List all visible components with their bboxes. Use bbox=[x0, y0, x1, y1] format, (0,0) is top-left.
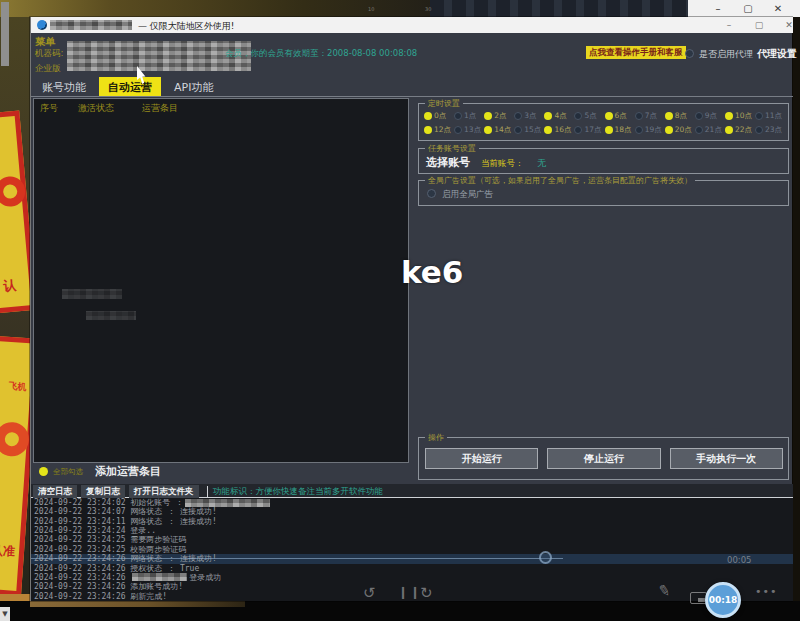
table-footer: 全部勾选 添加运营条目 bbox=[33, 464, 409, 481]
select-account-button[interactable]: 选择账号 bbox=[426, 155, 470, 170]
pause-icon[interactable]: ❙❙ bbox=[398, 585, 422, 599]
app-close-button[interactable]: ✕ bbox=[777, 18, 800, 32]
action-button[interactable]: 手动执行一次 bbox=[670, 448, 783, 469]
hour-checkbox-21点[interactable]: 21点 bbox=[695, 124, 725, 136]
hour-label: 13点 bbox=[464, 125, 481, 135]
app-maximize-button[interactable]: ▢ bbox=[747, 18, 771, 32]
action-button[interactable]: 停止运行 bbox=[547, 448, 660, 469]
hour-checkbox-18点[interactable]: 18点 bbox=[605, 124, 635, 136]
hour-label: 21点 bbox=[705, 125, 722, 135]
poster-image: 飞机 认准 bbox=[0, 336, 30, 596]
hour-checkbox-16点[interactable]: 16点 bbox=[544, 124, 574, 136]
hour-checkbox-5点[interactable]: 5点 bbox=[574, 110, 604, 122]
hour-checkbox-9点[interactable]: 9点 bbox=[695, 110, 725, 122]
checkbox-unchecked-icon[interactable] bbox=[514, 126, 522, 134]
checkbox-unchecked-icon[interactable] bbox=[755, 112, 763, 120]
screen: – ▢ ✕ 认 飞机 认准 — 仅限大陆地区外使用! – ▢ ✕ 菜单 机器码:… bbox=[0, 0, 800, 621]
checkbox-unchecked-icon[interactable] bbox=[514, 112, 522, 120]
checkbox-checked-icon[interactable] bbox=[605, 112, 613, 120]
log-toolbar-button[interactable]: 清空日志 bbox=[33, 485, 77, 499]
log-toolbar-button[interactable]: 打开日志文件夹 bbox=[129, 485, 199, 499]
action-button[interactable]: 开始运行 bbox=[425, 448, 538, 469]
hour-checkbox-7点[interactable]: 7点 bbox=[635, 110, 665, 122]
checkbox-unchecked-icon[interactable] bbox=[755, 126, 763, 134]
hour-label: 12点 bbox=[434, 125, 451, 135]
outer-minimize-button[interactable]: – bbox=[706, 1, 730, 16]
proxy-enable-checkbox[interactable] bbox=[685, 49, 694, 58]
hour-checkbox-6点[interactable]: 6点 bbox=[605, 110, 635, 122]
checkbox-unchecked-icon[interactable] bbox=[574, 126, 582, 134]
select-all-checkbox[interactable] bbox=[39, 467, 48, 476]
checkbox-checked-icon[interactable] bbox=[424, 112, 432, 120]
hour-checkbox-13点[interactable]: 13点 bbox=[454, 124, 484, 136]
more-options-icon[interactable]: ••• bbox=[755, 585, 777, 598]
tab-账号功能[interactable]: 账号功能 bbox=[33, 77, 95, 96]
checkbox-checked-icon[interactable] bbox=[544, 126, 552, 134]
operation-items-table[interactable]: 序号激活状态运营条目 bbox=[33, 98, 409, 463]
add-operation-item-button[interactable]: 添加运营条目 bbox=[95, 464, 161, 479]
log-timestamp: 2024-09-22 23:24:26 bbox=[34, 573, 130, 582]
hour-checkbox-20点[interactable]: 20点 bbox=[665, 124, 695, 136]
forward-30-icon[interactable]: ↻ bbox=[420, 584, 433, 602]
log-toolbar-button[interactable]: 复制日志 bbox=[81, 485, 125, 499]
hour-checkbox-1点[interactable]: 1点 bbox=[454, 110, 484, 122]
log-timestamp: 2024-09-22 23:24:26 bbox=[34, 592, 130, 601]
checkbox-unchecked-icon[interactable] bbox=[695, 112, 703, 120]
checkbox-unchecked-icon[interactable] bbox=[574, 112, 582, 120]
app-minimize-button[interactable]: – bbox=[717, 18, 741, 32]
tab-API功能[interactable]: API功能 bbox=[165, 77, 222, 96]
poster-image: 认 bbox=[0, 110, 30, 313]
checkbox-checked-icon[interactable] bbox=[605, 126, 613, 134]
checkbox-unchecked-icon[interactable] bbox=[454, 126, 462, 134]
scrollbar-thumb[interactable] bbox=[1, 2, 9, 66]
video-timeline-bar[interactable] bbox=[30, 601, 245, 607]
hour-checkbox-4点[interactable]: 4点 bbox=[544, 110, 574, 122]
hour-checkbox-14点[interactable]: 14点 bbox=[484, 124, 514, 136]
checkbox-checked-icon[interactable] bbox=[424, 126, 432, 134]
current-account-value: 无 bbox=[537, 157, 546, 170]
proxy-settings-button[interactable]: 代理设置 bbox=[757, 47, 797, 61]
outer-maximize-button[interactable]: ▢ bbox=[736, 1, 760, 16]
log-message: 添加账号成功! bbox=[130, 582, 183, 591]
checkbox-checked-icon[interactable] bbox=[544, 112, 552, 120]
hour-checkbox-12点[interactable]: 12点 bbox=[424, 124, 454, 136]
hour-checkbox-8点[interactable]: 8点 bbox=[665, 110, 695, 122]
global-ad-checkbox[interactable] bbox=[427, 189, 436, 198]
video-seek-knob[interactable] bbox=[539, 551, 552, 564]
hour-checkbox-22点[interactable]: 22点 bbox=[725, 124, 755, 136]
checkbox-checked-icon[interactable] bbox=[484, 112, 492, 120]
timer-settings-title: 定时设置 bbox=[425, 98, 463, 109]
log-message: 网络状态 ： 连接成功! bbox=[130, 517, 216, 526]
recording-timer-badge[interactable]: 00:18 bbox=[705, 582, 741, 618]
checkbox-checked-icon[interactable] bbox=[725, 112, 733, 120]
checkbox-unchecked-icon[interactable] bbox=[695, 126, 703, 134]
hour-checkbox-2点[interactable]: 2点 bbox=[484, 110, 514, 122]
hour-label: 5点 bbox=[584, 111, 596, 121]
hour-checkbox-23点[interactable]: 23点 bbox=[755, 124, 785, 136]
checkbox-checked-icon[interactable] bbox=[665, 126, 673, 134]
menu-button[interactable]: 菜单 bbox=[35, 35, 55, 49]
checkbox-unchecked-icon[interactable] bbox=[635, 126, 643, 134]
desktop-background-left: 认 飞机 认准 bbox=[0, 17, 30, 621]
checkbox-checked-icon[interactable] bbox=[484, 126, 492, 134]
scrollbar-down-arrow[interactable]: ▼ bbox=[0, 607, 10, 621]
rewind-10-icon[interactable]: ↺ bbox=[363, 584, 376, 602]
checkbox-unchecked-icon[interactable] bbox=[454, 112, 462, 120]
app-titlebar[interactable]: — 仅限大陆地区外使用! – ▢ ✕ bbox=[31, 17, 793, 33]
tab-自动运营[interactable]: 自动运营 bbox=[99, 77, 161, 96]
hour-checkbox-10点[interactable]: 10点 bbox=[725, 110, 755, 122]
hour-checkbox-0点[interactable]: 0点 bbox=[424, 110, 454, 122]
log-timestamp: 2024-09-22 23:24:24 bbox=[34, 526, 130, 535]
hour-checkbox-11点[interactable]: 11点 bbox=[755, 110, 785, 122]
hour-checkbox-3点[interactable]: 3点 bbox=[514, 110, 544, 122]
help-manual-link[interactable]: 点我查看操作手册和客服 bbox=[586, 46, 686, 59]
checkbox-unchecked-icon[interactable] bbox=[635, 112, 643, 120]
hour-checkbox-17点[interactable]: 17点 bbox=[574, 124, 604, 136]
hour-checkbox-19点[interactable]: 19点 bbox=[635, 124, 665, 136]
checkbox-checked-icon[interactable] bbox=[725, 126, 733, 134]
hour-label: 2点 bbox=[494, 111, 506, 121]
poster-text: 认 bbox=[3, 276, 18, 295]
hour-checkbox-15点[interactable]: 15点 bbox=[514, 124, 544, 136]
checkbox-checked-icon[interactable] bbox=[665, 112, 673, 120]
outer-close-button[interactable]: ✕ bbox=[766, 1, 790, 16]
